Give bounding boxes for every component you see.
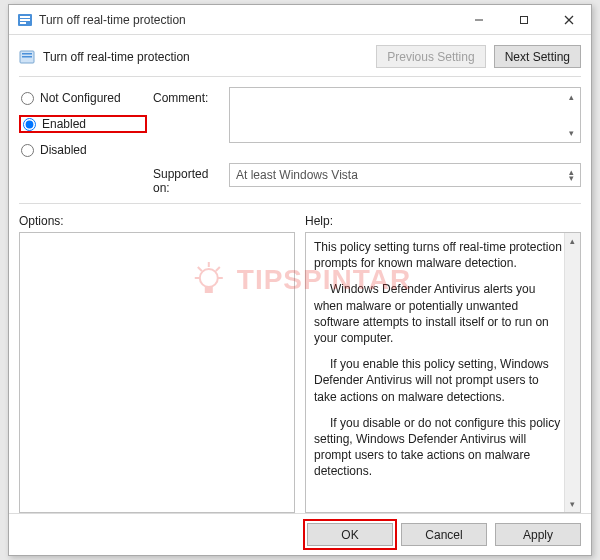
policy-icon [17, 12, 33, 28]
policy-editor-window: Turn off real-time protection Turn off r… [8, 4, 592, 556]
content-area: Turn off real-time protection Previous S… [9, 35, 591, 513]
window-title: Turn off real-time protection [39, 13, 456, 27]
policy-title: Turn off real-time protection [43, 50, 368, 64]
scroll-down-icon[interactable]: ▾ [565, 496, 580, 512]
close-button[interactable] [546, 5, 591, 34]
radio-label: Enabled [42, 117, 86, 131]
help-scrollbar[interactable]: ▴ ▾ [564, 233, 580, 512]
supported-label: Supported on: [153, 163, 223, 195]
next-setting-button[interactable]: Next Setting [494, 45, 581, 68]
scroll-down-icon[interactable]: ▾ [564, 171, 578, 185]
svg-rect-9 [22, 53, 32, 55]
previous-setting-button[interactable]: Previous Setting [376, 45, 485, 68]
scroll-up-icon[interactable]: ▴ [565, 233, 580, 249]
config-grid: Not Configured Enabled Disabled Comment:… [19, 81, 581, 204]
radio-disabled[interactable]: Disabled [19, 141, 147, 159]
radio-label: Not Configured [40, 91, 121, 105]
radio-not-configured[interactable]: Not Configured [19, 89, 147, 107]
help-panel: This policy setting turns off real-time … [305, 232, 581, 513]
maximize-button[interactable] [501, 5, 546, 34]
svg-rect-3 [20, 22, 26, 24]
radio-disabled-input[interactable] [21, 144, 34, 157]
svg-rect-10 [22, 56, 32, 58]
scroll-up-icon[interactable]: ▴ [564, 90, 578, 104]
svg-rect-2 [20, 19, 30, 21]
comment-textarea[interactable]: ▴ ▾ [229, 87, 581, 143]
header-row: Turn off real-time protection Previous S… [19, 41, 581, 77]
dialog-footer: OK Cancel Apply [9, 513, 591, 555]
scroll-down-icon[interactable]: ▾ [564, 126, 578, 140]
minimize-button[interactable] [456, 5, 501, 34]
svg-rect-5 [520, 16, 527, 23]
apply-button[interactable]: Apply [495, 523, 581, 546]
panels-row: Options: Help: This policy setting turns… [19, 208, 581, 513]
help-paragraph: If you disable or do not configure this … [314, 415, 562, 480]
cancel-button[interactable]: Cancel [401, 523, 487, 546]
radio-not-configured-input[interactable] [21, 92, 34, 105]
supported-on-value: At least Windows Vista [236, 168, 358, 182]
help-paragraph: Windows Defender Antivirus alerts you wh… [314, 281, 562, 346]
titlebar: Turn off real-time protection [9, 5, 591, 35]
ok-button[interactable]: OK [307, 523, 393, 546]
supported-on-field: At least Windows Vista ▴ ▾ [229, 163, 581, 187]
radio-enabled-input[interactable] [23, 118, 36, 131]
help-label: Help: [305, 214, 581, 228]
options-panel[interactable] [19, 232, 295, 513]
svg-rect-1 [20, 16, 30, 18]
state-radio-group: Not Configured Enabled Disabled [19, 87, 147, 159]
options-label: Options: [19, 214, 295, 228]
radio-enabled[interactable]: Enabled [19, 115, 147, 133]
help-paragraph: If you enable this policy setting, Windo… [314, 356, 562, 405]
policy-small-icon [19, 49, 35, 65]
comment-label: Comment: [153, 87, 223, 159]
help-paragraph: This policy setting turns off real-time … [314, 239, 562, 271]
radio-label: Disabled [40, 143, 87, 157]
